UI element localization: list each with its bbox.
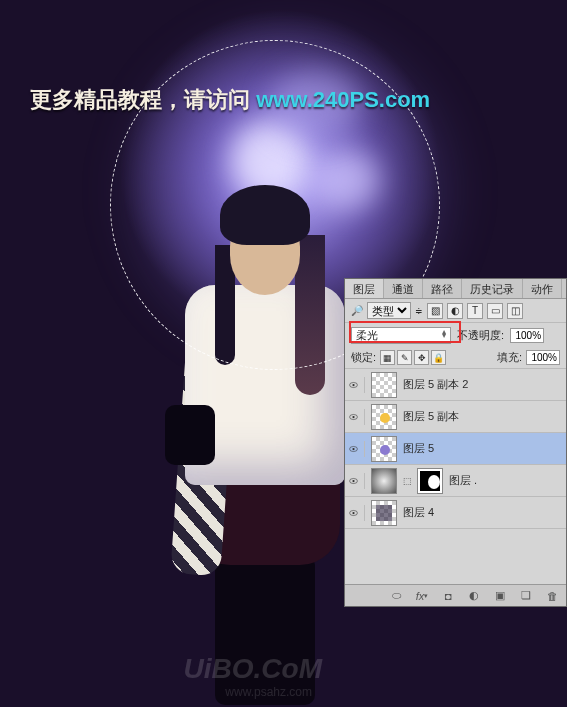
layer-thumbnail[interactable] [371, 500, 397, 526]
watermark-sub: www.psahz.com [225, 685, 312, 699]
eye-icon [349, 444, 358, 454]
opacity-input[interactable] [510, 328, 544, 343]
layer-name[interactable]: 图层 4 [403, 505, 562, 520]
svg-point-7 [352, 479, 354, 481]
layer-row[interactable]: 图层 4 [345, 497, 566, 529]
fx-icon[interactable]: fx▾ [414, 588, 430, 604]
panel-footer: ⬭ fx▾ ◘ ◐ ▣ ❏ 🗑 [345, 584, 566, 606]
svg-point-5 [352, 447, 354, 449]
svg-point-1 [352, 383, 354, 385]
eye-icon [349, 508, 358, 518]
filter-shape-icon[interactable]: ▭ [487, 303, 503, 319]
adjustment-layer-icon[interactable]: ◐ [466, 588, 482, 604]
visibility-toggle[interactable] [349, 377, 365, 393]
layer-name[interactable]: 图层 5 副本 [403, 409, 562, 424]
lock-pixels-icon[interactable]: ✎ [397, 350, 412, 365]
opacity-label: 不透明度: [457, 328, 504, 343]
eye-icon [349, 476, 358, 486]
tab-actions[interactable]: 动作 [523, 279, 562, 298]
tab-channels[interactable]: 通道 [384, 279, 423, 298]
blend-row: 柔光 不透明度: [345, 323, 566, 347]
layer-kind-select[interactable]: 类型 [367, 302, 411, 319]
visibility-toggle[interactable] [349, 473, 365, 489]
lock-row: 锁定: ▦ ✎ ✥ 🔒 填充: [345, 347, 566, 369]
lock-all-icon[interactable]: 🔒 [431, 350, 446, 365]
delete-layer-icon[interactable]: 🗑 [544, 588, 560, 604]
layer-row[interactable]: 图层 5 副本 2 [345, 369, 566, 401]
layer-thumbnail[interactable] [371, 372, 397, 398]
eye-icon [349, 380, 358, 390]
search-icon: 🔎 [351, 305, 363, 316]
layer-thumbnail[interactable] [371, 404, 397, 430]
layer-mask-thumbnail[interactable] [417, 468, 443, 494]
filter-row: 🔎 类型 ≑ ▧ ◐ T ▭ ◫ [345, 299, 566, 323]
layer-row[interactable]: 图层 5 副本 [345, 401, 566, 433]
eye-icon [349, 412, 358, 422]
banner-url: www.240PS.com [256, 87, 430, 112]
mask-link-icon[interactable]: ⬚ [403, 476, 411, 486]
fill-input[interactable] [526, 350, 560, 365]
group-icon[interactable]: ▣ [492, 588, 508, 604]
tab-paths[interactable]: 路径 [423, 279, 462, 298]
add-mask-icon[interactable]: ◘ [440, 588, 456, 604]
blend-mode-value: 柔光 [356, 329, 378, 341]
blend-mode-select[interactable]: 柔光 [351, 327, 451, 344]
filter-pixel-icon[interactable]: ▧ [427, 303, 443, 319]
layer-row[interactable]: 图层 5 [345, 433, 566, 465]
filter-smart-icon[interactable]: ◫ [507, 303, 523, 319]
visibility-toggle[interactable] [349, 409, 365, 425]
visibility-toggle[interactable] [349, 441, 365, 457]
panel-tabs: 图层 通道 路径 历史记录 动作 [345, 279, 566, 299]
watermark-main: UiBO.CoM [184, 653, 322, 685]
tab-layers[interactable]: 图层 [345, 279, 384, 298]
layer-thumbnail[interactable] [371, 468, 397, 494]
layer-thumbnail[interactable] [371, 436, 397, 462]
banner-text-cn: 更多精品教程，请访问 [30, 87, 256, 112]
lock-position-icon[interactable]: ✥ [414, 350, 429, 365]
lock-transparent-icon[interactable]: ▦ [380, 350, 395, 365]
filter-adjust-icon[interactable]: ◐ [447, 303, 463, 319]
layers-list: 图层 5 副本 2 图层 5 副本 图层 5 ⬚ 图层 . [345, 369, 566, 579]
lock-label: 锁定: [351, 350, 376, 365]
layers-panel: 图层 通道 路径 历史记录 动作 🔎 类型 ≑ ▧ ◐ T ▭ ◫ 柔光 不透明… [344, 278, 567, 607]
new-layer-icon[interactable]: ❏ [518, 588, 534, 604]
visibility-toggle[interactable] [349, 505, 365, 521]
link-layers-icon[interactable]: ⬭ [388, 588, 404, 604]
layer-name[interactable]: 图层 5 副本 2 [403, 377, 562, 392]
svg-point-9 [352, 511, 354, 513]
svg-point-3 [352, 415, 354, 417]
filter-text-icon[interactable]: T [467, 303, 483, 319]
layer-name[interactable]: 图层 5 [403, 441, 562, 456]
promo-banner: 更多精品教程，请访问 www.240PS.com [30, 85, 540, 115]
fill-label: 填充: [497, 350, 522, 365]
tab-history[interactable]: 历史记录 [462, 279, 523, 298]
layer-row[interactable]: ⬚ 图层 . [345, 465, 566, 497]
layer-name[interactable]: 图层 . [449, 473, 562, 488]
